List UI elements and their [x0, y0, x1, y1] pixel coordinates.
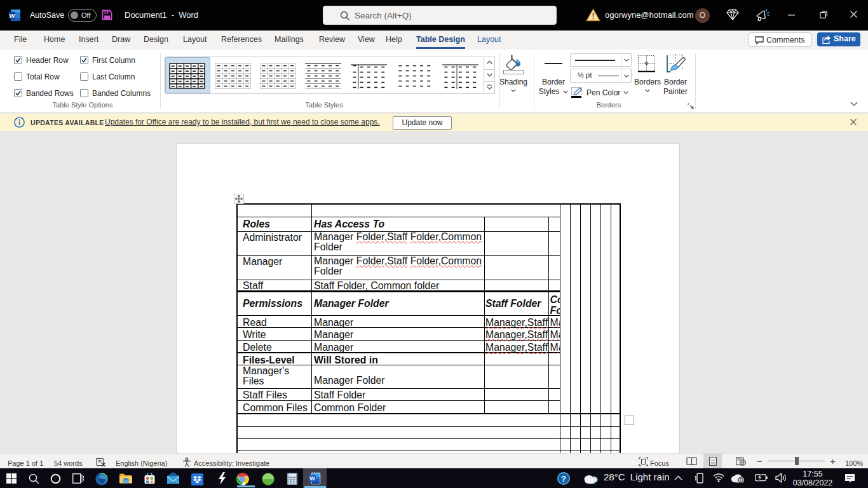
svg-text:?: ? — [561, 474, 566, 484]
svg-text:W: W — [10, 12, 15, 19]
svg-text:W: W — [309, 475, 315, 482]
